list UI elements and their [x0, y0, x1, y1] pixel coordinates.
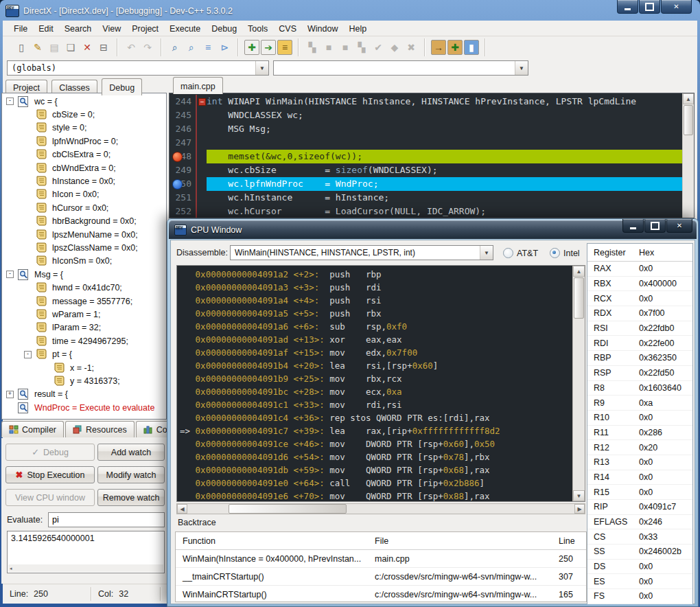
backtrace-row[interactable]: WinMain(hInstance = 0x400000, hPrevInsta… [176, 550, 586, 568]
menu-item-cvs[interactable]: CVS [273, 23, 302, 35]
tree-item[interactable]: style = 0; [2, 122, 166, 135]
goto-line-icon[interactable]: ≡ [200, 40, 215, 55]
line-number[interactable]: 252 [170, 205, 197, 218]
stop-execution-button[interactable]: ✖Stop Execution [5, 466, 95, 483]
menu-item-edit[interactable]: Edit [33, 23, 59, 35]
minimize-button[interactable] [617, 0, 638, 14]
compile-icon[interactable]: ✚ [244, 40, 259, 55]
tab-resources[interactable]: Resources [65, 421, 135, 437]
scroll-right-icon[interactable]: ▶ [574, 504, 585, 514]
backtrace-row[interactable]: WinMainCRTStartup()c:/crossdev/src/mingw… [176, 586, 586, 602]
code-line[interactable]: 248 memset(&wc,0,sizeof(wc)); [170, 150, 694, 163]
code-line[interactable]: 244−int WINAPI WinMain(HINSTANCE hInstan… [170, 95, 694, 108]
scroll-left-icon[interactable]: ◀ [177, 504, 187, 514]
chevron-down-icon[interactable]: ▼ [255, 61, 268, 75]
menu-item-view[interactable]: View [97, 23, 126, 35]
member-combobox[interactable]: ▼ [273, 60, 528, 76]
code-line[interactable]: 249 wc.cbSize = sizeof(WNDCLASSEX); [170, 163, 694, 177]
tree-item[interactable]: message = 3557776; [2, 295, 166, 308]
cpu-maximize-button[interactable] [644, 219, 666, 233]
fold-collapse-icon[interactable]: − [198, 98, 206, 106]
close-file-icon[interactable]: ✕ [80, 40, 95, 55]
disassembly-box[interactable]: 0x00000000004091a2 <+2>: push rbp 0x0000… [176, 265, 585, 502]
tree-item[interactable]: +result = { [2, 388, 166, 401]
menu-item-search[interactable]: Search [59, 23, 97, 35]
maximize-button[interactable] [639, 0, 660, 14]
expand-icon[interactable]: + [6, 391, 14, 398]
tree-item[interactable]: time = 4294967295; [2, 334, 166, 347]
tab-compile-log[interactable]: Co [136, 421, 167, 437]
function-combobox[interactable]: WinMain(HINSTANCE, HINSTANCE, LPSTR, int… [230, 245, 493, 260]
print-icon[interactable]: ⊟ [96, 40, 111, 55]
cpu-close-button[interactable]: ✕ [666, 219, 692, 233]
menu-item-project[interactable]: Project [126, 23, 164, 35]
editor-vscrollbar[interactable]: ▲ [682, 93, 694, 218]
tree-item[interactable]: hIconSm = 0x0; [2, 255, 166, 268]
door-arrow-icon[interactable]: → [431, 40, 446, 55]
result-hscrollbar[interactable]: ◂ [8, 564, 163, 572]
code-line[interactable]: 245 WNDCLASSEX wc; [170, 108, 694, 122]
tree-item[interactable]: lpfnWndProc = 0; [2, 135, 166, 148]
scroll-down-icon[interactable]: ▼ [573, 490, 585, 501]
menu-item-debug[interactable]: Debug [206, 23, 242, 35]
tab-debug[interactable]: Debug [102, 78, 142, 95]
collapse-icon[interactable]: - [6, 271, 14, 278]
tree-item[interactable]: WndProc = Execute to evaluate [2, 401, 166, 414]
tree-item[interactable]: hbrBackground = 0x0; [2, 215, 166, 228]
new-file-icon[interactable]: ▯ [14, 40, 29, 55]
find-icon[interactable]: ⌕ [167, 40, 183, 55]
menu-item-help[interactable]: Help [343, 23, 372, 35]
code-line[interactable]: 250 wc.lpfnWndProc = WndProc; [170, 177, 694, 191]
tree-item[interactable]: -pt = { [2, 347, 166, 360]
line-number[interactable]: 249 [170, 163, 197, 177]
tree-item[interactable]: hInstance = 0x0; [2, 174, 166, 187]
modify-watch-button[interactable]: Modify watch [97, 466, 165, 483]
line-number[interactable]: 248 [170, 150, 197, 163]
find-files-icon[interactable]: ⌕ [184, 40, 199, 55]
tree-item[interactable]: cbWndExtra = 0; [2, 161, 166, 174]
scroll-up-icon[interactable]: ▲ [573, 266, 585, 277]
menu-item-file[interactable]: File [8, 23, 33, 35]
line-number[interactable]: 247 [170, 136, 197, 150]
intel-radio[interactable]: Intel [550, 248, 580, 258]
add-watch-button[interactable]: Add watch [97, 444, 165, 461]
line-number[interactable]: 244 [170, 95, 197, 108]
backtrace-row[interactable]: __tmainCRTStartup()c:/crossdev/src/mingw… [176, 568, 586, 586]
tree-item[interactable]: -wc = { [2, 95, 166, 108]
disassembly-vscrollbar[interactable]: ▲ ▼ [572, 266, 585, 501]
scroll-up-icon[interactable]: ▲ [683, 93, 694, 104]
line-number[interactable]: 250 [170, 177, 197, 191]
open-file-icon[interactable]: ✎ [30, 40, 45, 55]
collapse-icon[interactable]: - [24, 351, 32, 358]
tab-main-cpp[interactable]: main.cpp [173, 77, 223, 94]
remove-watch-button[interactable]: Remove watch [97, 489, 165, 506]
save-all-icon[interactable]: ❏ [63, 40, 78, 55]
menu-item-window[interactable]: Window [302, 23, 343, 35]
close-button[interactable]: ✕ [661, 0, 692, 14]
insert-icon[interactable]: ⊳ [217, 40, 232, 55]
line-number[interactable]: 246 [170, 122, 197, 136]
line-number[interactable]: 245 [170, 108, 197, 122]
chevron-down-icon[interactable]: ▼ [515, 61, 528, 75]
disassembly-hscrollbar[interactable]: ◀ ▶ [176, 503, 585, 514]
tree-item[interactable]: wParam = 1; [2, 308, 166, 321]
cpu-window-titlebar[interactable]: CPU Window ✕ [169, 220, 697, 239]
code-editor[interactable]: 244−int WINAPI WinMain(HINSTANCE hInstan… [169, 93, 695, 218]
debug-shield-icon[interactable]: ≡ [277, 40, 292, 55]
tree-item[interactable]: hwnd = 0x41dc70; [2, 281, 166, 294]
collapse-icon[interactable]: - [6, 98, 14, 105]
tree-item[interactable]: hCursor = 0x0; [2, 201, 166, 214]
code-line[interactable]: 246 MSG Msg; [170, 122, 694, 136]
cpu-minimize-button[interactable] [622, 219, 644, 233]
tree-item[interactable]: cbClsExtra = 0; [2, 148, 166, 161]
tree-item[interactable]: lpszMenuName = 0x0; [2, 228, 166, 241]
run-icon[interactable]: ➔ [261, 40, 276, 55]
tree-item[interactable]: x = -1; [2, 361, 166, 374]
blue-panel-icon[interactable]: ▮ [464, 40, 479, 55]
tab-compiler[interactable]: Compiler [1, 421, 64, 437]
line-number[interactable]: 251 [170, 191, 197, 205]
door-plus-icon[interactable]: ✚ [447, 40, 463, 55]
att-radio[interactable]: AT&T [503, 248, 538, 258]
code-line[interactable]: 247 [170, 136, 694, 150]
code-line[interactable]: 251 wc.hInstance = hInstance; [170, 191, 694, 205]
